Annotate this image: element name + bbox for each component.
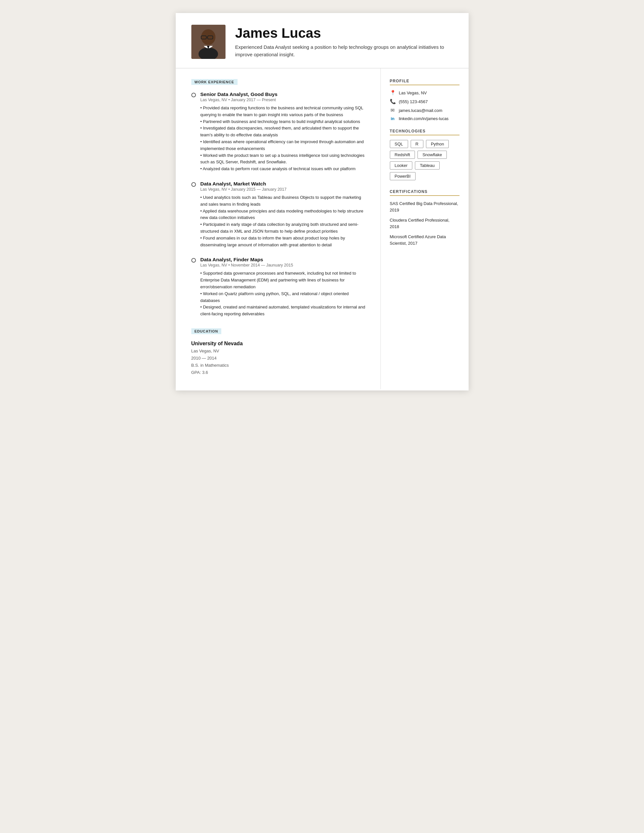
job-content-3: Data Analyst, Finder Maps Las Vegas, NV …: [200, 257, 367, 318]
job-meta-3: Las Vegas, NV • November 2014 — Jaunuary…: [200, 263, 367, 267]
tech-sql: SQL: [390, 140, 408, 148]
certifications-section: CERTIFICATIONS SAS Certified Big Data Pr…: [390, 190, 459, 246]
job-bullets-2: • Used analytics tools such as Tableau a…: [200, 194, 367, 248]
profile-section: PROFILE 📍 Las Vegas, NV 📞 (555) 123-4567…: [390, 79, 459, 121]
tech-grid: SQL R Python Redshift Snowflake Looker T…: [390, 140, 459, 180]
left-column: WORK EXPERIENCE Senior Data Analyst, Goo…: [176, 68, 381, 389]
email-icon: ✉: [390, 108, 396, 113]
profile-location: 📍 Las Vegas, NV: [390, 90, 459, 96]
technologies-label: TECHNOLOGIES: [390, 129, 459, 135]
job-title-3: Data Analyst, Finder Maps: [200, 257, 367, 262]
tech-python: Python: [426, 140, 449, 148]
job-content-1: Senior Data Analyst, Good Buys Las Vegas…: [200, 92, 367, 172]
candidate-subtitle: Experienced Data Analyst seeking a posit…: [235, 43, 453, 58]
profile-email: ✉ james.lucas@mail.com: [390, 108, 459, 113]
profile-linkedin: in linkedin.com/in/james-lucas: [390, 116, 459, 121]
technologies-section: TECHNOLOGIES SQL R Python Redshift Snowf…: [390, 129, 459, 180]
education-section: EDUCATION University of Nevada Las Vegas…: [192, 328, 367, 376]
job-bullet-1: [192, 93, 196, 97]
edu-school: University of Nevada: [192, 341, 367, 347]
job-meta-2: Las Vegas, NV • January 2015 — January 2…: [200, 187, 367, 191]
header-section: James Lucas Experienced Data Analyst see…: [176, 13, 469, 68]
phone-icon: 📞: [390, 98, 396, 105]
location-icon: 📍: [390, 90, 396, 96]
education-label: EDUCATION: [192, 328, 222, 334]
profile-label: PROFILE: [390, 79, 459, 85]
cert-3: Microsoft Certified Azure Data Scientist…: [390, 234, 459, 246]
tech-looker: Looker: [390, 161, 413, 169]
header-text: James Lucas Experienced Data Analyst see…: [235, 26, 453, 58]
right-column: PROFILE 📍 Las Vegas, NV 📞 (555) 123-4567…: [381, 68, 469, 389]
avatar: [192, 25, 225, 59]
work-experience-label: WORK EXPERIENCE: [192, 79, 238, 85]
job-title-1: Senior Data Analyst, Good Buys: [200, 92, 367, 97]
work-experience-section: WORK EXPERIENCE Senior Data Analyst, Goo…: [192, 79, 367, 318]
certifications-label: CERTIFICATIONS: [390, 190, 459, 196]
job-bullet-2: [192, 182, 196, 187]
resume: James Lucas Experienced Data Analyst see…: [176, 13, 469, 391]
linkedin-icon: in: [390, 116, 396, 121]
job-bullet-3: [192, 258, 196, 262]
edu-degree: B.S. in Mathematics: [192, 362, 367, 369]
profile-phone-text: (555) 123-4567: [399, 99, 428, 104]
profile-location-text: Las Vegas, NV: [399, 90, 427, 95]
edu-years: 2010 — 2014: [192, 355, 367, 362]
cert-2: Cloudera Certified Professional, 2018: [390, 217, 459, 230]
main-content: WORK EXPERIENCE Senior Data Analyst, Goo…: [176, 68, 469, 389]
job-meta-1: Las Vegas, NV • January 2017 — Present: [200, 98, 367, 102]
job-title-2: Data Analyst, Market Watch: [200, 181, 367, 187]
edu-gpa: GPA: 3.6: [192, 369, 367, 376]
tech-snowflake: Snowflake: [417, 151, 447, 159]
profile-linkedin-text: linkedin.com/in/james-lucas: [399, 116, 449, 121]
profile-phone: 📞 (555) 123-4567: [390, 98, 459, 105]
job-bullets-1: • Provided data reporting functions to t…: [200, 105, 367, 172]
profile-email-text: james.lucas@mail.com: [399, 108, 443, 113]
job-bullets-3: • Supported data governance processes an…: [200, 270, 367, 318]
job-entry-3: Data Analyst, Finder Maps Las Vegas, NV …: [192, 257, 367, 318]
job-entry-1: Senior Data Analyst, Good Buys Las Vegas…: [192, 92, 367, 172]
tech-r: R: [411, 140, 423, 148]
candidate-name: James Lucas: [235, 26, 453, 41]
edu-location: Las Vegas, NV: [192, 347, 367, 355]
svg-point-1: [201, 29, 216, 45]
tech-powerbi: PowerBI: [390, 172, 415, 180]
tech-tableau: Tableau: [415, 161, 440, 169]
cert-1: SAS Certified Big Data Professional, 201…: [390, 201, 459, 213]
tech-redshift: Redshift: [390, 151, 415, 159]
job-content-2: Data Analyst, Market Watch Las Vegas, NV…: [200, 181, 367, 248]
job-entry-2: Data Analyst, Market Watch Las Vegas, NV…: [192, 181, 367, 248]
